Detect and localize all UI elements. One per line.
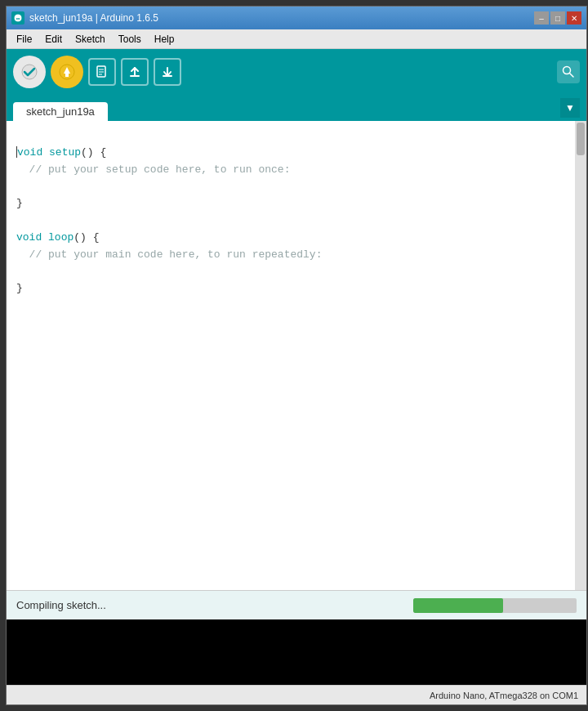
menu-help[interactable]: Help: [148, 32, 181, 47]
compile-bar: Compiling sketch...: [7, 590, 586, 619]
menu-edit[interactable]: Edit: [38, 32, 69, 47]
svg-text:∞: ∞: [16, 16, 20, 21]
minimize-button[interactable]: –: [534, 11, 549, 25]
title-bar-left: ∞ sketch_jun19a | Arduino 1.6.5: [11, 11, 158, 25]
title-bar: ∞ sketch_jun19a | Arduino 1.6.5 – □ ✕: [7, 7, 586, 29]
svg-line-13: [570, 74, 574, 78]
window-controls: – □ ✕: [534, 11, 581, 25]
progress-bar-container: [413, 598, 577, 613]
tab-sketch[interactable]: sketch_jun19a: [13, 102, 108, 121]
new-button[interactable]: [88, 58, 116, 86]
vertical-scrollbar[interactable]: [575, 121, 586, 590]
code-area[interactable]: void setup() { // put your setup code he…: [16, 127, 572, 315]
tab-bar: sketch_jun19a ▼: [7, 95, 586, 121]
compile-status-text: Compiling sketch...: [16, 599, 413, 611]
close-button[interactable]: ✕: [567, 11, 581, 25]
verify-button[interactable]: [13, 56, 46, 88]
editor-container: void setup() { // put your setup code he…: [7, 121, 586, 590]
menu-tools[interactable]: Tools: [112, 32, 148, 47]
scrollbar-thumb[interactable]: [577, 123, 585, 155]
tab-dropdown-button[interactable]: ▼: [560, 98, 580, 118]
upload-button[interactable]: [51, 56, 83, 88]
maximize-button[interactable]: □: [550, 11, 565, 25]
open-button[interactable]: [121, 58, 149, 86]
window-title: sketch_jun19a | Arduino 1.6.5: [29, 12, 158, 24]
output-console[interactable]: [7, 619, 586, 685]
menu-sketch[interactable]: Sketch: [69, 32, 112, 47]
search-button[interactable]: [557, 60, 580, 83]
code-editor[interactable]: void setup() { // put your setup code he…: [7, 121, 575, 590]
board-status: Arduino Nano, ATmega328 on COM1: [430, 691, 578, 700]
svg-rect-5: [65, 74, 69, 77]
app-icon: ∞: [11, 11, 24, 25]
arduino-window: ∞ sketch_jun19a | Arduino 1.6.5 – □ ✕ Fi…: [6, 6, 587, 705]
save-button[interactable]: [154, 58, 181, 86]
toolbar: [7, 49, 586, 95]
menu-bar: File Edit Sketch Tools Help: [7, 29, 586, 49]
menu-file[interactable]: File: [10, 32, 38, 47]
progress-bar: [413, 598, 503, 613]
status-bar: Arduino Nano, ATmega328 on COM1: [7, 685, 586, 704]
